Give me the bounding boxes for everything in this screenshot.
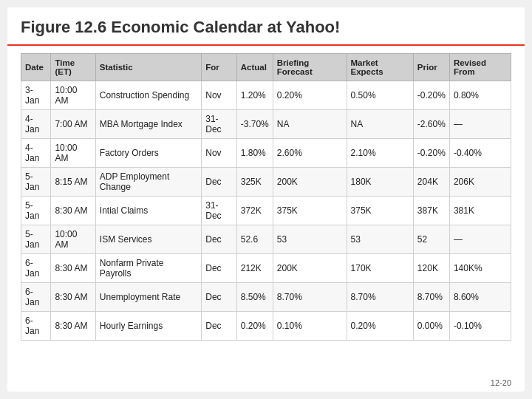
cell-date: 5-Jan <box>21 225 51 254</box>
table-row: 4-Jan10:00 AMFactory OrdersNov1.80%2.60%… <box>21 139 511 168</box>
cell-date: 6-Jan <box>21 254 51 283</box>
cell-for: 31-Dec <box>202 110 237 139</box>
table-header-row: DateTime (ET)StatisticForActualBriefing … <box>21 54 511 81</box>
cell-time: 10:00 AM <box>51 81 95 110</box>
cell-briefing_forecast: 200K <box>273 254 347 283</box>
cell-prior: -0.20% <box>413 139 449 168</box>
cell-market_expects: 375K <box>347 197 413 225</box>
cell-actual: 1.20% <box>236 81 273 110</box>
cell-revised_from: — <box>449 110 511 139</box>
cell-prior: 120K <box>413 254 449 283</box>
cell-for: Dec <box>202 254 237 283</box>
col-header-date: Date <box>21 54 51 81</box>
cell-market_expects: 53 <box>347 225 413 254</box>
cell-prior: 387K <box>413 197 449 225</box>
cell-date: 5-Jan <box>21 197 51 225</box>
cell-briefing_forecast: 0.20% <box>273 81 347 110</box>
cell-briefing_forecast: NA <box>273 110 347 139</box>
cell-date: 4-Jan <box>21 139 51 168</box>
cell-briefing_forecast: 375K <box>273 197 347 225</box>
cell-revised_from: 140K% <box>449 254 511 283</box>
cell-market_expects: 170K <box>347 254 413 283</box>
table-body: 3-Jan10:00 AMConstruction SpendingNov1.2… <box>21 81 511 341</box>
cell-briefing_forecast: 53 <box>273 225 347 254</box>
cell-date: 4-Jan <box>21 110 51 139</box>
cell-statistic: Intial Claims <box>95 197 201 225</box>
cell-statistic: Hourly Earnings <box>95 312 201 341</box>
page-title: Figure 12.6 Economic Calendar at Yahoo! <box>21 18 340 36</box>
cell-actual: 1.80% <box>236 139 273 168</box>
col-header-market_expects: Market Expects <box>347 54 413 81</box>
col-header-for: For <box>202 54 237 81</box>
cell-for: Nov <box>202 139 237 168</box>
footer: 12-20 <box>7 375 525 392</box>
cell-time: 7:00 AM <box>51 110 95 139</box>
title-bar: Figure 12.6 Economic Calendar at Yahoo! <box>7 7 525 46</box>
cell-time: 8:30 AM <box>51 283 95 312</box>
col-header-revised_from: Revised From <box>449 54 511 81</box>
table-row: 4-Jan7:00 AMMBA Mortgage Index31-Dec-3.7… <box>21 110 511 139</box>
cell-briefing_forecast: 200K <box>273 168 347 197</box>
cell-statistic: Factory Orders <box>95 139 201 168</box>
cell-date: 6-Jan <box>21 312 51 341</box>
cell-briefing_forecast: 8.70% <box>273 283 347 312</box>
cell-for: 31-Dec <box>202 197 237 225</box>
table-row: 5-Jan8:30 AMIntial Claims31-Dec372K375K3… <box>21 197 511 225</box>
table-row: 6-Jan8:30 AMHourly EarningsDec0.20%0.10%… <box>21 312 511 341</box>
cell-revised_from: 381K <box>449 197 511 225</box>
cell-briefing_forecast: 0.10% <box>273 312 347 341</box>
cell-revised_from: -0.40% <box>449 139 511 168</box>
cell-actual: -3.70% <box>236 110 273 139</box>
cell-statistic: Unemployment Rate <box>95 283 201 312</box>
cell-revised_from: 206K <box>449 168 511 197</box>
cell-time: 8:30 AM <box>51 254 95 283</box>
cell-briefing_forecast: 2.60% <box>273 139 347 168</box>
cell-statistic: ADP Employment Change <box>95 168 201 197</box>
cell-actual: 325K <box>236 168 273 197</box>
col-header-statistic: Statistic <box>95 54 201 81</box>
cell-actual: 212K <box>236 254 273 283</box>
cell-date: 5-Jan <box>21 168 51 197</box>
col-header-prior: Prior <box>413 54 449 81</box>
cell-actual: 372K <box>236 197 273 225</box>
cell-time: 8:15 AM <box>51 168 95 197</box>
table-row: 5-Jan10:00 AMISM ServicesDec52.6535352— <box>21 225 511 254</box>
cell-statistic: Nonfarm Private Payrolls <box>95 254 201 283</box>
cell-revised_from: 8.60% <box>449 283 511 312</box>
cell-statistic: MBA Mortgage Index <box>95 110 201 139</box>
cell-time: 8:30 AM <box>51 312 95 341</box>
cell-market_expects: 0.20% <box>347 312 413 341</box>
cell-market_expects: 2.10% <box>347 139 413 168</box>
cell-revised_from: 0.80% <box>449 81 511 110</box>
table-wrapper: DateTime (ET)StatisticForActualBriefing … <box>7 46 525 375</box>
cell-actual: 52.6 <box>236 225 273 254</box>
table-row: 5-Jan8:15 AMADP Employment ChangeDec325K… <box>21 168 511 197</box>
col-header-briefing_forecast: Briefing Forecast <box>273 54 347 81</box>
cell-for: Dec <box>202 168 237 197</box>
cell-time: 8:30 AM <box>51 197 95 225</box>
cell-prior: 52 <box>413 225 449 254</box>
cell-statistic: Construction Spending <box>95 81 201 110</box>
cell-market_expects: 0.50% <box>347 81 413 110</box>
cell-prior: -0.20% <box>413 81 449 110</box>
cell-date: 6-Jan <box>21 283 51 312</box>
cell-for: Dec <box>202 225 237 254</box>
col-header-time: Time (ET) <box>51 54 95 81</box>
cell-revised_from: -0.10% <box>449 312 511 341</box>
cell-time: 10:00 AM <box>51 225 95 254</box>
cell-for: Nov <box>202 81 237 110</box>
cell-actual: 0.20% <box>236 312 273 341</box>
cell-for: Dec <box>202 312 237 341</box>
page-container: Figure 12.6 Economic Calendar at Yahoo! … <box>7 7 525 392</box>
cell-actual: 8.50% <box>236 283 273 312</box>
cell-prior: 8.70% <box>413 283 449 312</box>
economic-calendar-table: DateTime (ET)StatisticForActualBriefing … <box>21 53 511 341</box>
cell-prior: 204K <box>413 168 449 197</box>
cell-revised_from: — <box>449 225 511 254</box>
cell-prior: -2.60% <box>413 110 449 139</box>
cell-for: Dec <box>202 283 237 312</box>
col-header-actual: Actual <box>236 54 273 81</box>
cell-statistic: ISM Services <box>95 225 201 254</box>
cell-time: 10:00 AM <box>51 139 95 168</box>
table-row: 6-Jan8:30 AMNonfarm Private PayrollsDec2… <box>21 254 511 283</box>
